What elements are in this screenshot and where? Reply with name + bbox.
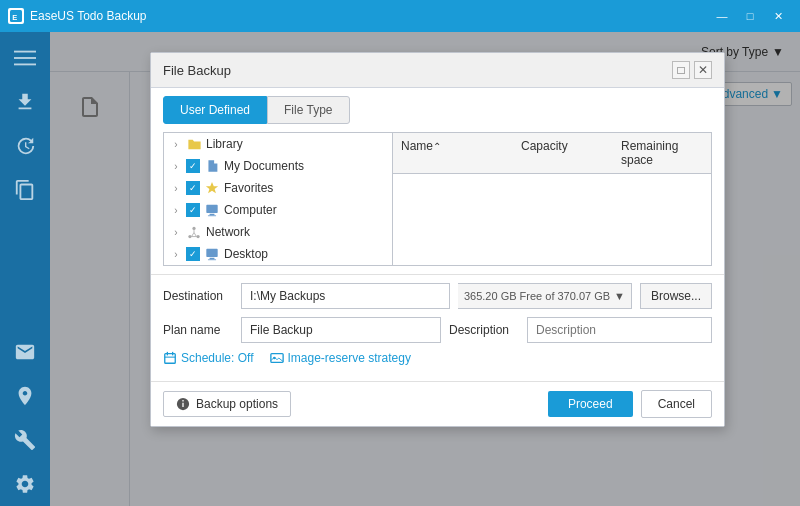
network-icon bbox=[186, 225, 202, 239]
destination-input[interactable] bbox=[241, 283, 450, 309]
sidebar-item-location[interactable] bbox=[0, 374, 50, 418]
backup-options-button[interactable]: Backup options bbox=[163, 391, 291, 417]
dialog-title-bar: File Backup □ ✕ bbox=[151, 72, 724, 88]
favorites-label: Favorites bbox=[224, 181, 273, 195]
expand-desktop-icon: › bbox=[168, 249, 184, 260]
destination-row: Destination 365.20 GB Free of 370.07 GB … bbox=[163, 283, 712, 309]
destination-dropdown[interactable]: 365.20 GB Free of 370.07 GB ▼ bbox=[458, 283, 632, 309]
checkbox-documents[interactable]: ✓ bbox=[186, 159, 200, 173]
plan-label: Plan name bbox=[163, 323, 233, 337]
folder-icon bbox=[186, 137, 202, 151]
app-icon: E bbox=[8, 8, 24, 24]
tab-file-type[interactable]: File Type bbox=[267, 96, 349, 124]
tree-item-my-documents[interactable]: › ✓ My Documents bbox=[164, 155, 392, 177]
schedule-label: Schedule: Off bbox=[181, 351, 254, 365]
tabs-bar: User Defined File Type bbox=[151, 88, 724, 124]
document-icon bbox=[204, 159, 220, 173]
expand-favorites-icon: › bbox=[168, 183, 184, 194]
svg-rect-3 bbox=[14, 57, 36, 59]
tree-item-network[interactable]: › Network bbox=[164, 221, 392, 243]
favorites-icon bbox=[204, 181, 220, 195]
svg-rect-18 bbox=[270, 354, 282, 363]
desktop-icon bbox=[204, 247, 220, 261]
app-body: Sort by Type ▼ File Backup bbox=[0, 32, 800, 506]
destination-space: 365.20 GB Free of 370.07 GB bbox=[464, 290, 610, 302]
checkbox-computer[interactable]: ✓ bbox=[186, 203, 200, 217]
title-bar-controls: — □ ✕ bbox=[708, 4, 792, 28]
tree-item-library[interactable]: › Library bbox=[164, 133, 392, 155]
tree-item-computer[interactable]: › ✓ Computer bbox=[164, 199, 392, 221]
expand-computer-icon: › bbox=[168, 205, 184, 216]
svg-rect-7 bbox=[208, 215, 216, 216]
expand-documents-icon: › bbox=[168, 161, 184, 172]
file-backup-dialog: File Backup □ ✕ User Defined File Type bbox=[150, 72, 725, 427]
documents-label: My Documents bbox=[224, 159, 304, 173]
schedule-link[interactable]: Schedule: Off bbox=[163, 351, 254, 365]
content-area: File Backup □ ✕ User Defined File Type bbox=[50, 72, 800, 506]
close-button[interactable]: ✕ bbox=[764, 4, 792, 28]
plan-row: Plan name Description bbox=[163, 317, 712, 343]
sidebar-item-mail[interactable] bbox=[0, 330, 50, 374]
tree-item-favorites[interactable]: › ✓ Favorites bbox=[164, 177, 392, 199]
description-input[interactable] bbox=[527, 317, 712, 343]
minimize-button[interactable]: — bbox=[708, 4, 736, 28]
tree-panel: › Library › ✓ bbox=[163, 132, 393, 266]
checkbox-desktop[interactable]: ✓ bbox=[186, 247, 200, 261]
expand-network-icon: › bbox=[168, 227, 184, 238]
svg-point-9 bbox=[188, 234, 191, 237]
computer-icon bbox=[204, 203, 220, 217]
svg-rect-12 bbox=[210, 257, 215, 259]
tab-user-defined[interactable]: User Defined bbox=[163, 96, 267, 124]
network-label: Network bbox=[206, 225, 250, 239]
image-reserve-link[interactable]: Image-reserve strategy bbox=[270, 351, 411, 365]
description-label: Description bbox=[449, 323, 519, 337]
svg-rect-2 bbox=[14, 51, 36, 53]
sidebar bbox=[0, 32, 50, 506]
dialog-maximize-button[interactable]: □ bbox=[672, 72, 690, 79]
title-bar: E EaseUS Todo Backup — □ ✕ bbox=[0, 0, 800, 32]
computer-label: Computer bbox=[224, 203, 277, 217]
library-label: Library bbox=[206, 137, 243, 151]
app-title: EaseUS Todo Backup bbox=[30, 9, 708, 23]
dialog-close-button[interactable]: ✕ bbox=[694, 72, 712, 79]
cancel-button[interactable]: Cancel bbox=[641, 390, 712, 418]
table-header: Name⌃ Capacity Remaining space bbox=[393, 133, 711, 174]
svg-rect-5 bbox=[206, 204, 217, 212]
dialog-controls: □ ✕ bbox=[672, 72, 712, 79]
destination-label: Destination bbox=[163, 289, 233, 303]
svg-rect-4 bbox=[14, 64, 36, 66]
bottom-section: Destination 365.20 GB Free of 370.07 GB … bbox=[151, 274, 724, 381]
main-content: Sort by Type ▼ File Backup bbox=[50, 32, 800, 506]
column-remaining: Remaining space bbox=[613, 137, 711, 169]
dropdown-arrow: ▼ bbox=[614, 290, 625, 302]
browse-button[interactable]: Browse... bbox=[640, 283, 712, 309]
table-panel: Name⌃ Capacity Remaining space bbox=[393, 132, 712, 266]
tree-item-desktop[interactable]: › ✓ Desktop bbox=[164, 243, 392, 265]
sidebar-item-menu[interactable] bbox=[0, 36, 50, 80]
checkbox-favorites[interactable]: ✓ bbox=[186, 181, 200, 195]
sidebar-item-backup[interactable] bbox=[0, 80, 50, 124]
file-browser: › Library › ✓ bbox=[151, 124, 724, 274]
svg-rect-13 bbox=[208, 259, 216, 260]
column-capacity: Capacity bbox=[513, 137, 613, 169]
restore-button[interactable]: □ bbox=[736, 4, 764, 28]
plan-input[interactable] bbox=[241, 317, 441, 343]
dialog-footer: Backup options Proceed Cancel bbox=[151, 381, 724, 426]
table-body bbox=[393, 174, 711, 265]
sidebar-item-restore[interactable] bbox=[0, 124, 50, 168]
svg-rect-6 bbox=[210, 213, 215, 215]
image-reserve-label: Image-reserve strategy bbox=[288, 351, 411, 365]
sidebar-item-settings[interactable] bbox=[0, 462, 50, 506]
sidebar-item-clone[interactable] bbox=[0, 168, 50, 212]
backup-options-label: Backup options bbox=[196, 397, 278, 411]
dialog-title: File Backup bbox=[163, 72, 231, 78]
desktop-label: Desktop bbox=[224, 247, 268, 261]
column-name: Name⌃ bbox=[393, 137, 513, 169]
proceed-button[interactable]: Proceed bbox=[548, 391, 633, 417]
svg-point-8 bbox=[192, 226, 195, 229]
expand-library-icon: › bbox=[168, 139, 184, 150]
svg-rect-14 bbox=[165, 354, 176, 364]
sidebar-item-tools[interactable] bbox=[0, 418, 50, 462]
svg-point-10 bbox=[196, 234, 199, 237]
svg-rect-11 bbox=[206, 248, 217, 256]
